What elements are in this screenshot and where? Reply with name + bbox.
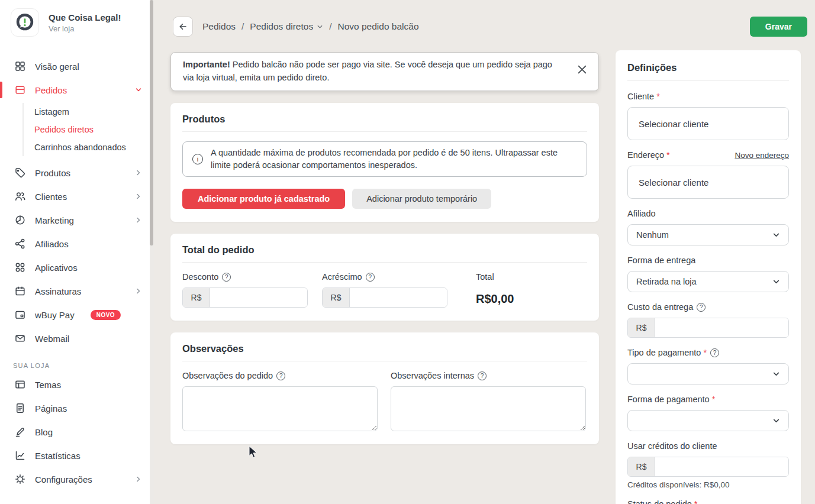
payment-type-select[interactable] xyxy=(627,363,789,385)
chart-icon xyxy=(14,450,26,461)
currency-prefix: R$ xyxy=(183,288,210,307)
sidebar-item-temas[interactable]: Temas xyxy=(0,373,154,396)
sidebar-item-afiliados[interactable]: Afiliados xyxy=(0,232,154,256)
sidebar-item-pedidos[interactable]: Pedidos xyxy=(0,78,154,102)
order-status-label-text: Status do pedido xyxy=(627,499,692,504)
sidebar-item-webmail[interactable]: Webmail xyxy=(0,327,154,350)
dashboard-icon xyxy=(14,60,26,72)
sidebar-item-label: Marketing xyxy=(35,215,74,225)
breadcrumb-separator: / xyxy=(329,21,331,32)
payment-type-label: Tipo de pagamento * ? xyxy=(627,348,789,358)
discount-label-text: Desconto xyxy=(182,272,218,282)
chevron-right-icon xyxy=(135,217,142,224)
sidebar-subitem-pedidos-diretos[interactable]: Pedidos diretos xyxy=(34,121,154,138)
help-icon[interactable]: ? xyxy=(366,273,375,282)
sidebar-item-wbuy-pay[interactable]: wBuy Pay NOVO xyxy=(0,303,154,327)
order-total-card: Total do pedido Desconto ? R$ xyxy=(170,234,599,321)
address-label-text: Endereço xyxy=(627,150,664,160)
sidebar-item-marketing[interactable]: Marketing xyxy=(0,208,154,232)
sidebar-item-label: Páginas xyxy=(35,403,67,413)
sidebar: Que Coisa Legal! Ver loja Visão geral Pe… xyxy=(0,0,154,504)
view-store-link[interactable]: Ver loja xyxy=(49,24,121,33)
store-name: Que Coisa Legal! xyxy=(49,12,121,24)
chevron-right-icon xyxy=(135,476,142,483)
help-icon[interactable]: ? xyxy=(697,303,706,312)
required-mark: * xyxy=(703,348,707,358)
discount-input[interactable] xyxy=(210,288,307,307)
credits-input[interactable] xyxy=(655,457,788,476)
sidebar-scrollbar-thumb[interactable] xyxy=(150,0,153,245)
sidebar-item-produtos[interactable]: Produtos xyxy=(0,161,154,185)
order-notes-textarea[interactable] xyxy=(182,386,378,431)
sidebar-item-aplicativos[interactable]: Aplicativos xyxy=(0,256,154,279)
sidebar-subitem-carrinhos-abandonados[interactable]: Carrinhos abandonados xyxy=(34,138,154,156)
delivery-cost-input[interactable] xyxy=(655,318,788,337)
sidebar-item-visao-geral[interactable]: Visão geral xyxy=(0,54,154,78)
alert-body: Pedido balcão não pode ser pago via site… xyxy=(183,60,552,82)
pie-chart-icon xyxy=(14,214,26,226)
sidebar-item-label: Pedidos xyxy=(35,85,67,95)
apps-icon xyxy=(14,261,26,273)
tag-icon xyxy=(14,167,26,179)
internal-notes-textarea[interactable] xyxy=(391,386,586,431)
sidebar-item-estatisticas[interactable]: Estatísticas xyxy=(0,444,154,467)
help-icon[interactable]: ? xyxy=(478,371,487,380)
help-icon[interactable]: ? xyxy=(710,348,719,357)
sidebar-item-label: Assinaturas xyxy=(35,286,81,296)
internal-notes-label: Observações internas ? xyxy=(391,371,586,381)
sidebar-item-paginas[interactable]: Páginas xyxy=(0,396,154,420)
breadcrumb-pedidos[interactable]: Pedidos xyxy=(202,21,236,32)
required-mark: * xyxy=(694,499,698,504)
products-title: Produtos xyxy=(182,114,587,132)
add-temporary-product-button[interactable]: Adicionar produto temporário xyxy=(352,189,491,209)
internal-notes-label-text: Observações internas xyxy=(391,371,474,381)
discount-input-group: R$ xyxy=(182,287,308,308)
pencil-icon xyxy=(14,426,26,438)
delivery-cost-input-group: R$ xyxy=(627,318,789,338)
payment-method-select[interactable] xyxy=(627,410,789,431)
sidebar-item-clientes[interactable]: Clientes xyxy=(0,185,154,208)
surcharge-field: Acréscimo ? R$ xyxy=(322,272,447,308)
address-label-row: Endereço * Novo endereço xyxy=(627,150,789,160)
order-notes-label: Observações do pedido ? xyxy=(182,371,378,381)
client-label-text: Cliente xyxy=(627,92,654,102)
notes-row: Observações do pedido ? Observações inte… xyxy=(182,371,587,431)
store-logo xyxy=(11,8,39,37)
info-icon: i xyxy=(192,154,203,164)
address-selector[interactable]: Selecionar cliente xyxy=(627,166,789,199)
credits-label: Usar créditos do cliente xyxy=(627,441,789,451)
surcharge-input[interactable] xyxy=(350,288,447,307)
save-button[interactable]: Gravar xyxy=(750,17,807,37)
breadcrumb-pedidos-diretos[interactable]: Pedidos diretos xyxy=(250,21,323,32)
back-button[interactable] xyxy=(173,17,193,37)
sidebar-item-blog[interactable]: Blog xyxy=(0,420,154,444)
internal-notes-field: Observações internas ? xyxy=(391,371,586,431)
credits-input-group: R$ xyxy=(627,457,789,477)
discount-label: Desconto ? xyxy=(182,272,308,282)
client-selector[interactable]: Selecionar cliente xyxy=(627,107,789,140)
new-address-link[interactable]: Novo endereço xyxy=(735,151,789,160)
document-icon xyxy=(14,402,26,414)
sidebar-item-assinaturas[interactable]: Assinaturas xyxy=(0,279,154,303)
products-card: Produtos i A quantidade máxima de produt… xyxy=(170,103,599,222)
active-indicator xyxy=(0,82,2,98)
sidebar-item-label: wBuy Pay xyxy=(35,310,75,320)
delivery-method-select[interactable]: Retirada na loja xyxy=(627,271,789,292)
sidebar-subitem-listagem[interactable]: Listagem xyxy=(34,103,154,121)
sidebar-item-label: Temas xyxy=(35,380,61,390)
help-icon[interactable]: ? xyxy=(222,273,231,282)
close-icon[interactable] xyxy=(578,65,587,74)
chevron-down-icon xyxy=(772,278,780,286)
affiliate-label: Afiliado xyxy=(627,209,789,219)
sidebar-item-configuracoes[interactable]: Configurações xyxy=(0,467,154,491)
breadcrumb-current: Novo pedido balcão xyxy=(337,21,418,32)
sidebar-section-label: SUA LOJA xyxy=(0,350,154,373)
payment-method-label: Forma de pagamento * xyxy=(627,395,789,405)
sidebar-item-label: Produtos xyxy=(35,168,70,178)
notes-title: Observações xyxy=(182,343,587,361)
add-registered-product-button[interactable]: Adicionar produto já cadastrado xyxy=(182,189,345,209)
affiliate-select[interactable]: Nenhum xyxy=(627,224,789,245)
help-icon[interactable]: ? xyxy=(276,371,285,380)
delivery-cost-label: Custo da entrega ? xyxy=(627,302,789,312)
definitions-title: Definições xyxy=(627,62,789,81)
